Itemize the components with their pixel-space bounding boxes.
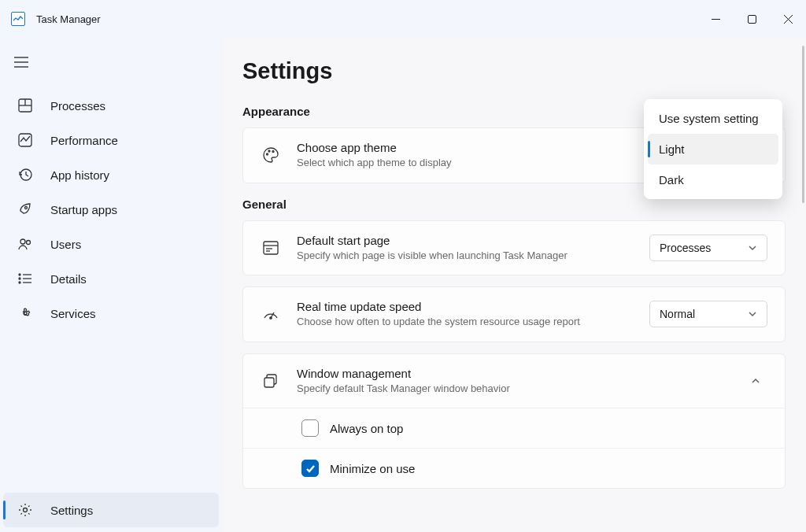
window-controls	[697, 3, 806, 35]
page-title: Settings	[242, 58, 786, 84]
checkbox-unchecked[interactable]	[301, 419, 319, 437]
sidebar-item-label: Details	[50, 272, 87, 286]
sidebar-item-label: Startup apps	[50, 203, 117, 216]
popup-item-label: Use system setting	[659, 112, 759, 125]
dropdown-value: Processes	[660, 242, 711, 254]
maximize-button[interactable]	[734, 3, 770, 35]
chevron-down-icon	[748, 243, 757, 253]
app-icon	[11, 12, 25, 26]
minimize-button[interactable]	[697, 3, 734, 35]
nav-list: Processes Performance App history Startu…	[0, 88, 222, 532]
page-icon	[261, 238, 281, 258]
svg-point-21	[24, 312, 27, 315]
option-minimize-on-use[interactable]: Minimize on use	[243, 448, 785, 488]
theme-popup: Use system setting Light Dark	[644, 99, 782, 199]
sidebar-item-services[interactable]: Services	[3, 296, 219, 331]
services-icon	[17, 305, 33, 321]
title-bar: Task Manager	[0, 0, 806, 38]
sidebar-item-label: App history	[50, 168, 109, 182]
svg-point-23	[267, 153, 268, 155]
close-button[interactable]	[770, 3, 806, 35]
hamburger-button[interactable]	[0, 52, 222, 88]
setting-title: Default start page	[297, 234, 634, 247]
sidebar-item-label: Users	[50, 238, 81, 251]
sidebar-item-label: Settings	[50, 504, 93, 517]
gear-icon	[17, 502, 33, 518]
setting-title: Window management	[297, 367, 728, 380]
svg-point-15	[19, 274, 20, 275]
details-icon	[17, 271, 33, 286]
startup-icon	[17, 201, 33, 217]
svg-point-31	[270, 317, 272, 319]
svg-rect-26	[264, 242, 278, 254]
sidebar-item-details[interactable]: Details	[3, 261, 219, 296]
scrollbar[interactable]	[802, 46, 804, 203]
sidebar-item-settings[interactable]: Settings	[3, 493, 219, 527]
sidebar-item-app-history[interactable]: App history	[3, 157, 219, 192]
setting-subtitle: Specify default Task Manager window beha…	[297, 382, 612, 396]
processes-icon	[17, 98, 33, 113]
title-bar-left: Task Manager	[11, 12, 101, 26]
svg-point-12	[25, 207, 28, 209]
sidebar: Processes Performance App history Startu…	[0, 38, 222, 532]
svg-rect-1	[748, 15, 756, 23]
setting-subtitle: Choose how often to update the system re…	[297, 315, 612, 329]
sidebar-item-startup-apps[interactable]: Startup apps	[3, 192, 219, 227]
sidebar-item-label: Services	[50, 307, 96, 320]
svg-point-24	[268, 150, 270, 152]
theme-option-light[interactable]: Light	[648, 134, 778, 164]
theme-option-system[interactable]: Use system setting	[648, 103, 778, 134]
setting-title: Real time update speed	[297, 300, 634, 313]
sidebar-item-label: Performance	[50, 134, 118, 147]
theme-option-dark[interactable]: Dark	[648, 164, 778, 195]
main-content: Settings Appearance Choose app theme Sel…	[222, 38, 806, 532]
svg-point-22	[24, 508, 28, 512]
setting-subtitle: Specify which page is visible when launc…	[297, 249, 612, 263]
popup-item-label: Light	[659, 142, 685, 156]
setting-update-speed: Real time update speed Choose how often …	[242, 286, 786, 342]
popup-item-label: Dark	[659, 173, 684, 187]
option-label: Always on top	[330, 422, 403, 435]
sidebar-item-label: Processes	[50, 99, 105, 113]
option-always-on-top[interactable]: Always on top	[243, 408, 785, 448]
users-icon	[17, 236, 33, 252]
setting-window-management: Window management Specify default Task M…	[242, 353, 786, 490]
performance-icon	[17, 132, 33, 148]
palette-icon	[261, 145, 281, 165]
setting-start-page: Default start page Specify which page is…	[242, 220, 786, 276]
svg-point-13	[20, 239, 25, 244]
windows-icon	[261, 371, 281, 391]
svg-point-16	[19, 278, 20, 279]
sidebar-item-users[interactable]: Users	[3, 227, 219, 261]
chevron-up-icon	[744, 375, 767, 386]
history-icon	[17, 167, 33, 183]
start-page-dropdown[interactable]: Processes	[649, 235, 767, 261]
section-heading-general: General	[242, 198, 786, 211]
svg-rect-33	[264, 378, 274, 387]
setting-subtitle: Select which app theme to display	[297, 156, 612, 170]
checkbox-checked[interactable]	[301, 460, 319, 477]
chevron-down-icon	[748, 309, 757, 319]
sidebar-item-performance[interactable]: Performance	[3, 123, 219, 157]
update-speed-dropdown[interactable]: Normal	[649, 301, 767, 327]
svg-point-14	[27, 241, 31, 245]
app-title: Task Manager	[36, 13, 101, 25]
sidebar-item-processes[interactable]: Processes	[3, 88, 219, 123]
svg-point-25	[272, 151, 274, 153]
window-management-header[interactable]: Window management Specify default Task M…	[243, 354, 785, 408]
speed-icon	[261, 304, 281, 324]
svg-point-17	[19, 282, 20, 283]
dropdown-value: Normal	[660, 308, 695, 320]
option-label: Minimize on use	[330, 462, 415, 475]
